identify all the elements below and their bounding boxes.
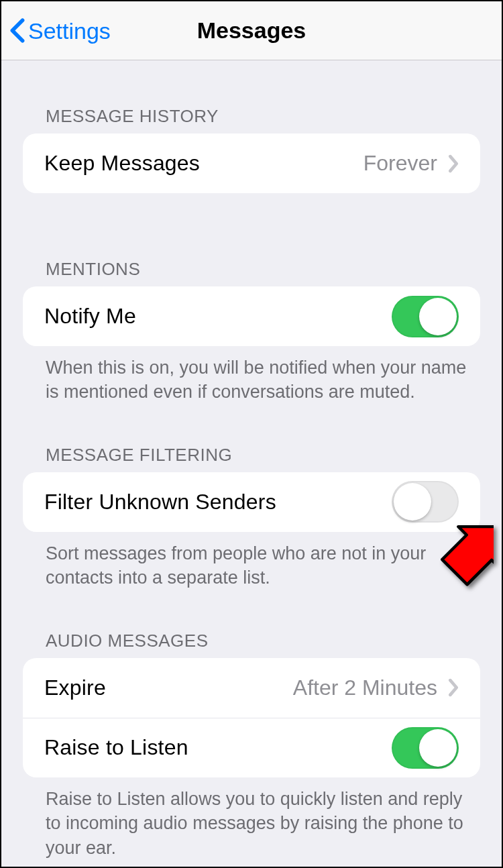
toggle-knob [419,729,457,767]
expire-label: Expire [44,675,293,700]
filter-unknown-toggle[interactable] [392,481,459,523]
section-header-filtering: Message Filtering [1,445,502,472]
section-footer-filtering: Sort messages from people who are not in… [1,532,502,590]
keep-messages-value: Forever [364,151,437,176]
chevron-left-icon [9,18,25,44]
chevron-right-icon [448,678,459,697]
navigation-bar: Settings Messages [1,1,502,60]
row-expire[interactable]: Expire After 2 Minutes [23,658,480,718]
row-notify-me: Notify Me [23,286,480,346]
expire-value: After 2 Minutes [293,675,437,700]
back-label: Settings [28,17,111,44]
group-history: Keep Messages Forever [23,133,480,193]
toggle-knob [394,483,431,521]
row-raise-to-listen: Raise to Listen [23,718,480,777]
page-title: Messages [197,17,306,44]
raise-to-listen-label: Raise to Listen [44,735,392,760]
section-footer-audio: Raise to Listen allows you to quickly li… [1,777,502,860]
row-keep-messages[interactable]: Keep Messages Forever [23,133,480,193]
group-filtering: Filter Unknown Senders [23,472,480,532]
chevron-right-icon [448,154,459,173]
section-footer-mentions: When this is on, you will be notified wh… [1,346,502,404]
settings-content: Message History Keep Messages Forever Me… [1,106,502,868]
section-message-filtering: Message Filtering Filter Unknown Senders… [1,445,502,590]
filter-unknown-label: Filter Unknown Senders [44,490,392,514]
notify-me-toggle[interactable] [392,296,459,337]
toggle-knob [419,298,457,335]
raise-to-listen-toggle[interactable] [392,727,459,769]
notify-me-label: Notify Me [44,304,392,329]
keep-messages-label: Keep Messages [44,151,364,176]
group-mentions: Notify Me [23,286,480,346]
section-mentions: Mentions Notify Me When this is on, you … [1,259,502,404]
section-message-history: Message History Keep Messages Forever [1,106,502,193]
section-header-mentions: Mentions [1,259,502,286]
section-header-audio: Audio Messages [1,631,502,658]
section-audio-messages: Audio Messages Expire After 2 Minutes Ra… [1,631,502,860]
section-header-history: Message History [1,106,502,133]
row-filter-unknown-senders: Filter Unknown Senders [23,472,480,532]
back-button[interactable]: Settings [9,17,111,44]
group-audio: Expire After 2 Minutes Raise to Listen [23,658,480,777]
